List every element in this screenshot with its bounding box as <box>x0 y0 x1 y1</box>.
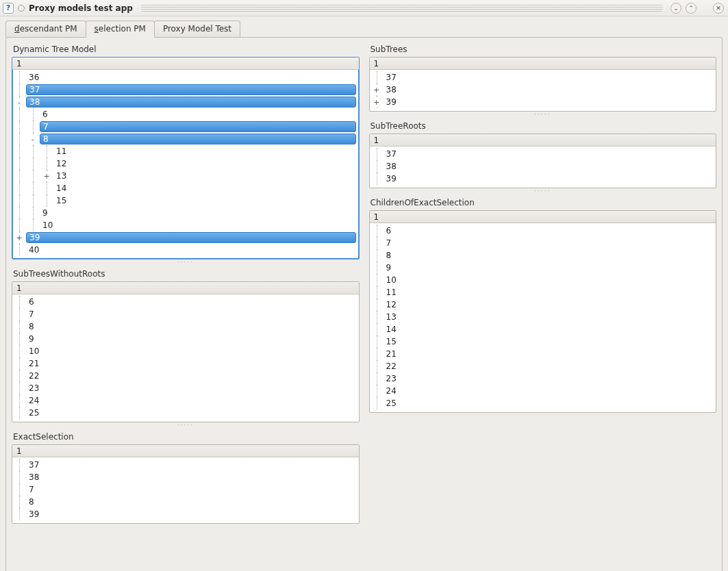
children-of-exact-selection-view[interactable]: 1 67891011121314152122232425 <box>369 210 717 413</box>
tree-row[interactable]: 25 <box>12 407 359 419</box>
tree-row[interactable]: 6 <box>12 296 359 308</box>
tree-row[interactable]: 15 <box>12 194 359 207</box>
tab-proxy-model-test[interactable]: Proxy Model Test <box>154 21 240 38</box>
tree-item-label: 39 <box>26 232 356 243</box>
roll-down-button[interactable]: ⌄ <box>670 3 681 14</box>
tree-branch-icon <box>370 225 384 237</box>
tree-item-label: 25 <box>26 408 42 418</box>
subtree-roots-view[interactable]: 1 373839 <box>369 134 717 188</box>
tree-row[interactable]: 37 <box>370 71 716 84</box>
tree-row[interactable]: 13 <box>370 311 716 323</box>
tree-row[interactable]: 7 <box>12 308 359 320</box>
tree-row[interactable]: 40 <box>12 244 359 256</box>
tree-item-label: 38 <box>384 85 399 94</box>
collapse-icon[interactable]: - <box>12 96 26 108</box>
tree-row[interactable]: 21 <box>370 348 716 360</box>
tree-row[interactable]: +39 <box>370 96 716 108</box>
help-icon[interactable]: ? <box>3 3 14 14</box>
tree-column-header[interactable]: 1 <box>12 282 359 294</box>
tree-item-label: 8 <box>26 497 37 507</box>
tree-row[interactable]: 37 <box>12 459 359 471</box>
tree-row[interactable]: 14 <box>12 182 359 194</box>
splitter-handle[interactable]: ····· <box>12 422 360 428</box>
tree-column-header[interactable]: 1 <box>370 134 716 147</box>
tree-row[interactable]: 39 <box>12 508 359 520</box>
tab-descendant-pm[interactable]: descendant PM <box>5 21 86 38</box>
tree-row[interactable]: 12 <box>12 157 359 170</box>
tree-row[interactable]: 11 <box>12 145 359 157</box>
tree-row[interactable]: 9 <box>370 262 716 274</box>
tree-item-label: 12 <box>53 159 69 168</box>
splitter-handle[interactable]: ····· <box>12 259 360 265</box>
tree-row[interactable]: 8 <box>370 249 716 262</box>
tree-row[interactable]: 11 <box>370 286 716 299</box>
tree-item-label: 14 <box>384 325 399 334</box>
tree-row[interactable]: 9 <box>12 333 359 345</box>
tree-row[interactable]: +38 <box>370 84 716 96</box>
tree-row[interactable]: 36 <box>12 71 359 84</box>
tree-row[interactable]: 21 <box>12 357 359 370</box>
tree-column-header[interactable]: 1 <box>370 211 716 223</box>
tree-row[interactable]: 9 <box>12 207 359 219</box>
tree-item-label: 15 <box>53 196 69 205</box>
expand-icon[interactable]: + <box>370 84 384 96</box>
splitter-handle[interactable]: ····· <box>369 188 717 194</box>
tree-branch-icon <box>370 372 384 385</box>
panel-title: SubTrees <box>371 45 716 54</box>
subtrees-view[interactable]: 1 37+38+39 <box>369 57 717 112</box>
tree-row[interactable]: 7 <box>12 483 359 496</box>
tree-row[interactable]: +39 <box>12 231 359 244</box>
tree-branch-icon <box>12 483 26 496</box>
tree-column-header[interactable]: 1 <box>12 445 359 457</box>
tree-column-header[interactable]: 1 <box>12 58 359 70</box>
tree-branch-icon <box>12 496 26 508</box>
panel-children-of-exact-selection: ChildrenOfExactSelection 1 6789101112131… <box>369 196 717 413</box>
tree-row[interactable]: 10 <box>12 219 359 231</box>
collapse-icon[interactable]: - <box>26 133 40 145</box>
tree-row[interactable]: 37 <box>12 84 359 96</box>
tree-row[interactable]: 23 <box>12 382 359 394</box>
tree-row[interactable]: 8 <box>12 496 359 508</box>
splitter-handle[interactable]: ····· <box>369 112 717 117</box>
expand-icon[interactable]: + <box>370 96 384 108</box>
tree-row[interactable]: 24 <box>12 394 359 407</box>
tree-row[interactable]: 22 <box>12 370 359 382</box>
tree-row[interactable]: -8 <box>12 133 359 145</box>
tree-row[interactable]: -38 <box>12 96 359 108</box>
tree-row[interactable]: 14 <box>370 323 716 335</box>
exact-selection-view[interactable]: 1 37387839 <box>12 444 360 524</box>
roll-up-button[interactable]: ⌃ <box>686 3 696 14</box>
subtrees-without-roots-view[interactable]: 1 6789102122232425 <box>12 281 360 422</box>
tree-row[interactable]: 38 <box>12 471 359 483</box>
close-button[interactable]: ✕ <box>713 3 724 14</box>
expand-icon[interactable]: + <box>40 170 53 182</box>
tree-row[interactable]: 23 <box>370 372 716 385</box>
tree-branch-icon <box>370 335 384 348</box>
tree-item-label: 23 <box>26 383 42 393</box>
tree-row[interactable]: 24 <box>370 385 716 397</box>
tree-item-label: 7 <box>384 238 394 248</box>
tree-column-header[interactable]: 1 <box>370 58 716 70</box>
tree-row[interactable]: 10 <box>12 345 359 357</box>
tab-selection-pm[interactable]: selection PM <box>86 21 155 38</box>
dynamic-tree-view[interactable]: 1 3637-3867-81112+131415910+3940 <box>12 57 360 259</box>
tree-row[interactable]: 6 <box>12 108 359 120</box>
tree-item-label: 38 <box>384 162 399 171</box>
tree-row[interactable]: 37 <box>370 148 716 160</box>
tree-row[interactable]: 38 <box>370 160 716 173</box>
tree-row[interactable]: 12 <box>370 299 716 311</box>
tree-item-label: 24 <box>384 386 399 396</box>
tree-row[interactable]: 8 <box>12 320 359 333</box>
expand-icon[interactable]: + <box>12 231 26 244</box>
tree-row[interactable]: 22 <box>370 360 716 372</box>
tree-row[interactable]: 10 <box>370 274 716 286</box>
tree-branch-icon <box>26 120 40 133</box>
tree-row[interactable]: 15 <box>370 335 716 348</box>
tree-row[interactable]: 7 <box>12 120 359 133</box>
tree-row[interactable]: 25 <box>370 397 716 409</box>
tree-row[interactable]: 7 <box>370 237 716 249</box>
window-menu-icon[interactable] <box>18 5 25 12</box>
tree-row[interactable]: 6 <box>370 225 716 237</box>
tree-row[interactable]: 39 <box>370 173 716 185</box>
tree-row[interactable]: +13 <box>12 170 359 182</box>
